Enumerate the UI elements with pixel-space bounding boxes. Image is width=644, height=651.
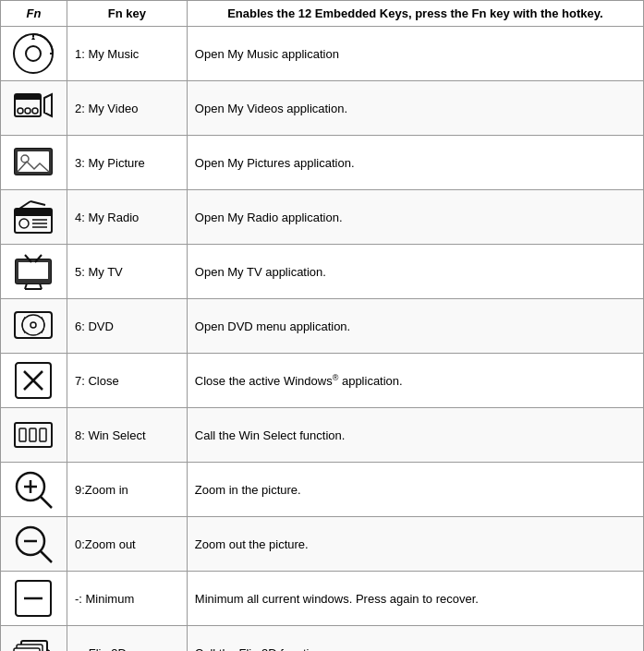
fn-key-label: 9:Zoom in xyxy=(67,463,187,517)
svg-point-31 xyxy=(22,315,44,335)
header-description: Enables the 12 Embedded Keys, press the … xyxy=(187,1,643,27)
close-icon xyxy=(1,354,67,408)
fn-key-label: 6: DVD xyxy=(67,299,187,354)
table-row: 3: My PictureOpen My Pictures applicatio… xyxy=(1,136,644,190)
fn-key-label: 0:Zoom out xyxy=(67,517,187,572)
svg-line-16 xyxy=(19,201,30,209)
fn-key-description: Zoom in the picture. xyxy=(187,463,643,517)
table-row: 8: Win SelectCall the Win Select functio… xyxy=(1,408,644,463)
header-fnkey: Fn key xyxy=(67,1,187,27)
fn-key-description: Call the Flip 3D function xyxy=(187,626,643,652)
fn-key-description: Open My TV application. xyxy=(187,245,643,299)
svg-rect-5 xyxy=(15,94,41,100)
minimize-icon xyxy=(1,572,67,626)
fn-key-label: 7: Close xyxy=(67,354,187,408)
svg-rect-15 xyxy=(15,209,52,216)
fn-key-label: 4: My Radio xyxy=(67,190,187,245)
dvd-icon xyxy=(1,299,67,354)
table-row: 0:Zoom outZoom out the picture. xyxy=(1,517,644,572)
tv-icon xyxy=(1,245,67,299)
svg-point-32 xyxy=(30,322,36,328)
fn-key-description: Close the active Windows® application. xyxy=(187,354,643,408)
table-row: =: Flip 3DCall the Flip 3D function xyxy=(1,626,644,652)
svg-rect-38 xyxy=(30,428,36,441)
fn-key-description: Open My Radio application. xyxy=(187,190,643,245)
svg-marker-6 xyxy=(44,94,52,116)
table-row: 6: DVDOpen DVD menu application. xyxy=(1,299,644,354)
fn-key-description: Minimum all current windows. Press again… xyxy=(187,572,643,626)
fn-key-description: Open DVD menu application. xyxy=(187,299,643,354)
svg-point-18 xyxy=(19,219,29,228)
table-row: 9:Zoom inZoom in the picture. xyxy=(1,463,644,517)
fn-key-description: Open My Pictures application. xyxy=(187,136,643,190)
video-icon xyxy=(1,81,67,136)
zoom-out-icon xyxy=(1,517,67,572)
win-select-icon xyxy=(1,408,67,463)
svg-line-45 xyxy=(41,551,52,562)
fn-key-label: =: Flip 3D xyxy=(67,626,187,652)
fn-key-description: Zoom out the picture. xyxy=(187,517,643,572)
svg-line-17 xyxy=(30,201,45,205)
svg-rect-39 xyxy=(40,428,46,441)
svg-line-41 xyxy=(41,497,52,508)
header-fn: Fn xyxy=(1,1,67,27)
fn-keys-table: Fn Fn key Enables the 12 Embedded Keys, … xyxy=(0,0,644,651)
fn-key-description: Open My Videos application. xyxy=(187,81,643,136)
music-icon xyxy=(1,27,67,81)
fn-key-label: 3: My Picture xyxy=(67,136,187,190)
fn-key-label: -: Minimum xyxy=(67,572,187,626)
table-row: -: MinimumMinimum all current windows. P… xyxy=(1,572,644,626)
fn-key-description: Call the Win Select function. xyxy=(187,408,643,463)
svg-rect-24 xyxy=(18,262,48,279)
radio-icon xyxy=(1,190,67,245)
fn-key-label: 5: My TV xyxy=(67,245,187,299)
fn-key-label: 8: Win Select xyxy=(67,408,187,463)
table-row: 2: My VideoOpen My Videos application. xyxy=(1,81,644,136)
svg-rect-30 xyxy=(15,312,52,338)
table-row: 4: My RadioOpen My Radio application. xyxy=(1,190,644,245)
zoom-in-icon xyxy=(1,463,67,517)
picture-icon xyxy=(1,136,67,190)
table-row: 7: CloseClose the active Windows® applic… xyxy=(1,354,644,408)
svg-point-8 xyxy=(25,108,30,114)
fn-key-description: Open My Music application xyxy=(187,27,643,81)
table-row: 5: My TVOpen My TV application. xyxy=(1,245,644,299)
svg-point-7 xyxy=(18,108,23,114)
svg-rect-37 xyxy=(19,428,26,441)
table-row: 1: My MusicOpen My Music application xyxy=(1,27,644,81)
svg-point-9 xyxy=(32,108,38,114)
fn-key-label: 1: My Music xyxy=(67,27,187,81)
svg-point-1 xyxy=(26,46,41,61)
fn-key-label: 2: My Video xyxy=(67,81,187,136)
flip3d-icon xyxy=(1,626,67,652)
